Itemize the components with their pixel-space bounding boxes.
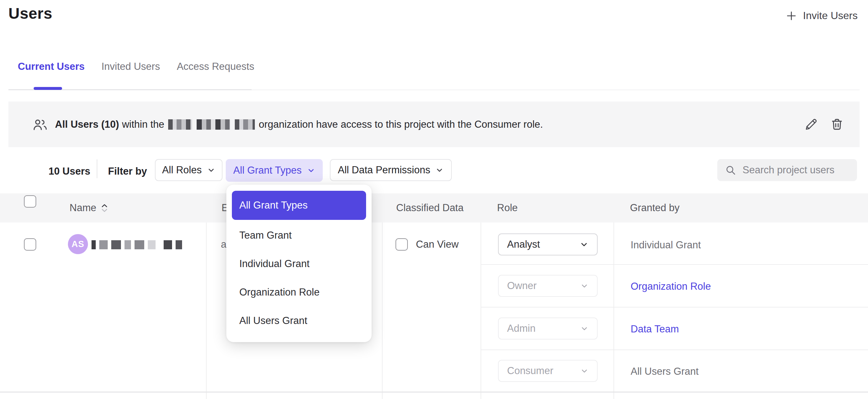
invite-users-label: Invite Users	[803, 10, 858, 22]
banner-users-count: All Users (10)	[55, 119, 119, 130]
sort-icon[interactable]	[101, 204, 107, 212]
menu-item-all-users-grant[interactable]: All Users Grant	[232, 307, 366, 335]
users-page: Users Invite Users Current Users Invited…	[0, 0, 868, 399]
role-value: Consumer	[507, 365, 553, 377]
all-grant-types-label: All Grant Types	[233, 164, 301, 176]
column-header-classified-data: Classified Data	[396, 202, 463, 214]
tab-access-requests[interactable]: Access Requests	[177, 61, 254, 72]
all-data-permissions-filter[interactable]: All Data Permissions	[330, 159, 452, 181]
menu-item-individual-grant[interactable]: Individual Grant	[232, 250, 366, 278]
granted-by-organization-role-link[interactable]: Organization Role	[631, 281, 711, 292]
page-title: Users	[8, 4, 52, 22]
role-select-consumer: Consumer	[498, 360, 598, 382]
all-roles-filter[interactable]: All Roles	[155, 159, 222, 181]
delete-button[interactable]	[830, 117, 844, 132]
pencil-icon	[804, 117, 818, 132]
active-tab-indicator	[34, 87, 62, 90]
table-header: Name Email Classified Data Role Granted …	[0, 193, 868, 222]
can-view-label: Can View	[416, 239, 459, 250]
menu-item-team-grant[interactable]: Team Grant	[232, 221, 366, 250]
row-divider	[0, 392, 868, 393]
all-grant-types-filter[interactable]: All Grant Types	[226, 159, 323, 182]
column-divider	[614, 222, 614, 399]
search-input[interactable]	[743, 164, 868, 176]
menu-item-all-grant-types[interactable]: All Grant Types	[232, 191, 366, 220]
column-divider	[480, 222, 481, 399]
can-view-checkbox[interactable]	[396, 238, 408, 251]
tab-invited-users[interactable]: Invited Users	[101, 61, 160, 72]
redacted-organization-name	[168, 119, 255, 130]
user-email: a	[221, 239, 226, 250]
plus-icon	[785, 10, 797, 22]
invite-users-button[interactable]: Invite Users	[785, 10, 858, 22]
banner-text: All Users (10) within the organization h…	[55, 119, 543, 130]
people-icon	[32, 118, 48, 131]
role-select-analyst[interactable]: Analyst	[498, 234, 598, 255]
role-select-owner: Owner	[498, 275, 598, 297]
grant-row-divider	[480, 349, 868, 350]
banner-actions	[804, 101, 844, 147]
role-value: Admin	[507, 323, 535, 334]
classified-data-cell: Can View	[396, 238, 459, 251]
role-value: Analyst	[507, 239, 540, 250]
chevron-down-icon	[580, 324, 589, 333]
chevron-down-icon	[580, 367, 589, 375]
tab-bar: Current Users Invited Users Access Reque…	[18, 61, 254, 72]
user-count: 10 Users	[49, 165, 90, 177]
column-divider	[382, 222, 382, 399]
row-checkbox[interactable]	[24, 238, 36, 251]
tab-current-users[interactable]: Current Users	[18, 61, 85, 72]
filter-toolbar: 10 Users Filter by All Roles All Grant T…	[0, 158, 868, 184]
granted-by-all-users-grant: All Users Grant	[631, 366, 699, 377]
search-box	[717, 159, 857, 181]
role-value: Owner	[507, 280, 536, 291]
grant-row-divider	[480, 264, 868, 265]
trash-icon	[830, 117, 844, 132]
edit-button[interactable]	[804, 117, 818, 132]
filter-by-label: Filter by	[108, 165, 147, 177]
all-roles-label: All Roles	[162, 164, 202, 176]
column-header-granted-by: Granted by	[630, 202, 679, 214]
granted-by-individual-grant: Individual Grant	[631, 239, 701, 251]
chevron-down-icon	[435, 166, 444, 174]
column-divider	[206, 222, 207, 399]
banner-text-after: organization have access to this project…	[259, 119, 543, 130]
chevron-down-icon	[580, 240, 589, 249]
search-icon	[725, 164, 736, 176]
all-users-banner: All Users (10) within the organization h…	[8, 101, 860, 147]
banner-text-middle: within the	[122, 119, 164, 130]
column-header-role: Role	[497, 202, 518, 214]
chevron-down-icon	[307, 166, 315, 175]
chevron-down-icon	[580, 282, 589, 290]
name-header-label: Name	[69, 202, 96, 214]
toolbar-divider	[97, 159, 97, 178]
avatar: AS	[68, 234, 88, 254]
redacted-user-name	[92, 240, 182, 250]
select-all-checkbox[interactable]	[24, 195, 36, 208]
grant-types-dropdown-menu: All Grant Types Team Grant Individual Gr…	[226, 185, 372, 342]
chevron-down-icon	[207, 166, 215, 174]
all-data-permissions-label: All Data Permissions	[338, 164, 430, 176]
column-header-name: Name	[69, 202, 107, 214]
granted-by-data-team-link[interactable]: Data Team	[631, 323, 679, 335]
grant-row-divider	[480, 307, 868, 307]
role-select-admin: Admin	[498, 317, 598, 339]
menu-item-organization-role[interactable]: Organization Role	[232, 278, 366, 307]
